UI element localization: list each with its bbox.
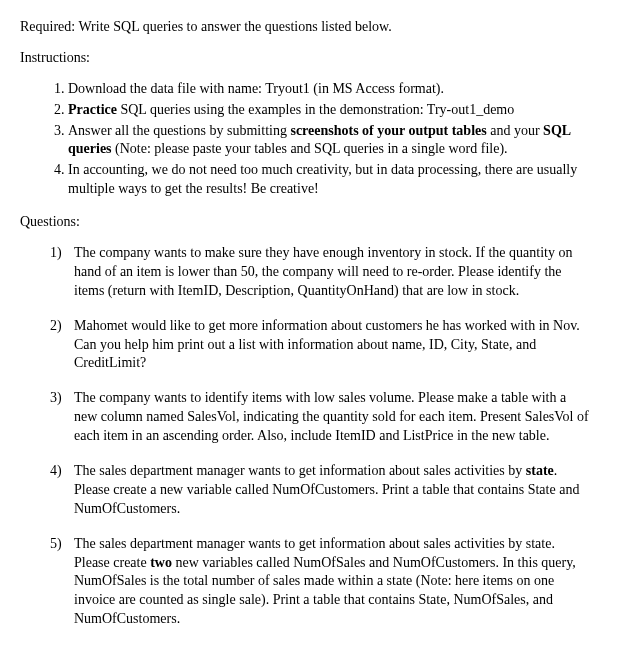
- question-item: 2)Mahomet would like to get more informa…: [50, 317, 601, 374]
- question-item: 1)The company wants to make sure they ha…: [50, 244, 601, 301]
- question-number: 2): [50, 317, 62, 336]
- question-text: The sales department manager wants to ge…: [74, 536, 576, 627]
- instruction-item: Answer all the questions by submitting s…: [68, 122, 601, 160]
- questions-list: 1)The company wants to make sure they ha…: [20, 244, 601, 629]
- instruction-item: Practice SQL queries using the examples …: [68, 101, 601, 120]
- question-number: 1): [50, 244, 62, 263]
- question-number: 3): [50, 389, 62, 408]
- instructions-label: Instructions:: [20, 49, 601, 68]
- question-item: 3)The company wants to identify items wi…: [50, 389, 601, 446]
- question-text: The company wants to make sure they have…: [74, 245, 572, 298]
- question-item: 4)The sales department manager wants to …: [50, 462, 601, 519]
- question-number: 4): [50, 462, 62, 481]
- questions-label: Questions:: [20, 213, 601, 232]
- required-line: Required: Write SQL queries to answer th…: [20, 18, 601, 37]
- question-number: 5): [50, 535, 62, 554]
- instructions-list: Download the data file with name: Tryout…: [20, 80, 601, 199]
- question-text: Mahomet would like to get more informati…: [74, 318, 580, 371]
- question-text: The sales department manager wants to ge…: [74, 463, 579, 516]
- instruction-item: Download the data file with name: Tryout…: [68, 80, 601, 99]
- instruction-item: In accounting, we do not need too much c…: [68, 161, 601, 199]
- question-item: 5)The sales department manager wants to …: [50, 535, 601, 629]
- question-text: The company wants to identify items with…: [74, 390, 589, 443]
